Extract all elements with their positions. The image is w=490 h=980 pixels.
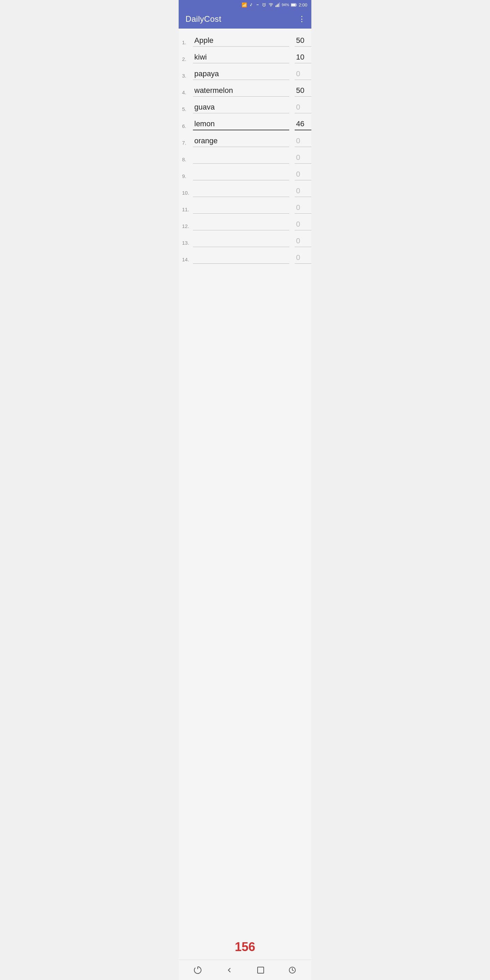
item-name-input[interactable]	[193, 202, 289, 214]
item-name-input[interactable]	[193, 253, 289, 264]
item-cost-input[interactable]	[295, 219, 311, 231]
dnd-icon	[255, 2, 260, 7]
list-item: 11.	[182, 199, 305, 216]
item-name-input[interactable]	[193, 236, 289, 247]
list-item: 14.	[182, 249, 305, 266]
item-cost-input[interactable]	[295, 86, 311, 97]
row-number: 11.	[182, 207, 193, 214]
list-item: 5.	[182, 99, 305, 115]
list-item: 3.	[182, 65, 305, 82]
svg-rect-10	[258, 967, 264, 973]
list-item: 6.	[182, 115, 305, 132]
row-number: 2.	[182, 56, 193, 63]
back-button[interactable]	[221, 962, 237, 978]
item-name-input[interactable]	[193, 119, 289, 130]
item-name-input[interactable]	[193, 35, 289, 47]
list-item: 4.	[182, 82, 305, 99]
row-number: 13.	[182, 240, 193, 247]
row-number: 6.	[182, 123, 193, 130]
home-button[interactable]	[253, 962, 269, 978]
app-bar: DailyCost ⋮	[179, 10, 311, 29]
row-number: 8.	[182, 156, 193, 164]
item-cost-input[interactable]	[295, 69, 311, 80]
more-options-button[interactable]: ⋮	[298, 14, 306, 24]
list-item: 12.	[182, 216, 305, 232]
status-icons: 📶 94% 2:00	[242, 2, 307, 8]
bluetooth-icon: 📶	[242, 2, 247, 8]
row-number: 5.	[182, 106, 193, 113]
item-name-input[interactable]	[193, 186, 289, 197]
row-number: 1.	[182, 40, 193, 47]
item-cost-input[interactable]	[295, 169, 311, 180]
wifi-icon	[268, 2, 274, 7]
row-number: 9.	[182, 173, 193, 180]
svg-rect-9	[291, 4, 295, 6]
svg-rect-5	[277, 5, 277, 7]
list-item: 10.	[182, 182, 305, 199]
item-name-input[interactable]	[193, 102, 289, 113]
svg-rect-6	[278, 4, 278, 7]
item-cost-input[interactable]	[295, 153, 311, 164]
list-item: 8.	[182, 149, 305, 166]
list-item: 1.	[182, 32, 305, 49]
battery-percent: 94%	[282, 3, 289, 7]
row-number: 14.	[182, 256, 193, 264]
row-number: 10.	[182, 190, 193, 197]
app-title: DailyCost	[185, 14, 221, 24]
total-bar: 156	[179, 934, 311, 959]
time-display: 2:00	[299, 2, 307, 8]
power-button[interactable]	[189, 962, 206, 978]
item-name-input[interactable]	[193, 52, 289, 63]
row-number: 3.	[182, 73, 193, 80]
item-cost-input[interactable]	[295, 102, 311, 113]
svg-rect-4	[275, 5, 276, 7]
row-number: 4.	[182, 89, 193, 97]
item-cost-input[interactable]	[295, 119, 311, 130]
svg-point-3	[270, 6, 271, 6]
item-cost-input[interactable]	[295, 186, 311, 197]
total-value: 156	[235, 940, 255, 954]
item-cost-input[interactable]	[295, 202, 311, 214]
alarm-icon	[262, 2, 266, 7]
recents-button[interactable]	[284, 962, 301, 978]
item-name-input[interactable]	[193, 219, 289, 231]
content-area: 1.2.3.4.5.6.7.8.9.10.11.12.13.14.	[179, 29, 311, 934]
battery-icon	[291, 3, 297, 7]
list-item: 13.	[182, 232, 305, 249]
item-cost-input[interactable]	[295, 52, 311, 63]
bluetooth-icon	[249, 2, 253, 7]
list-item: 9.	[182, 166, 305, 182]
item-name-input[interactable]	[193, 169, 289, 180]
row-number: 7.	[182, 140, 193, 147]
svg-rect-7	[279, 3, 280, 7]
item-cost-input[interactable]	[295, 253, 311, 264]
item-name-input[interactable]	[193, 136, 289, 147]
item-name-input[interactable]	[193, 86, 289, 97]
item-cost-input[interactable]	[295, 35, 311, 47]
list-item: 7.	[182, 132, 305, 149]
item-name-input[interactable]	[193, 153, 289, 164]
list-item: 2.	[182, 49, 305, 65]
row-number: 12.	[182, 223, 193, 231]
item-cost-input[interactable]	[295, 136, 311, 147]
bottom-nav	[179, 959, 311, 980]
item-name-input[interactable]	[193, 69, 289, 80]
status-bar: 📶 94% 2:00	[179, 0, 311, 10]
signal-icon	[275, 2, 280, 7]
item-cost-input[interactable]	[295, 236, 311, 247]
